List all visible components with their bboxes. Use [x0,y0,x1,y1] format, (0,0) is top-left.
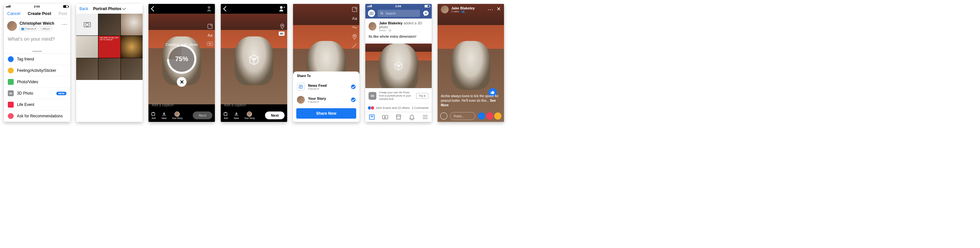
menu-ask-recommendations[interactable]: Ask for Recommendations [4,111,70,122]
share-title: Share To [293,71,360,80]
camera-top-bar: + [221,4,287,14]
back-icon[interactable] [151,6,157,12]
like-reaction[interactable] [478,112,485,120]
ask-recommendations-icon [8,113,14,119]
comments-link[interactable]: 2 Comments [412,106,428,109]
photo-tile[interactable] [98,14,120,35]
more-icon[interactable]: ⋯ [62,21,67,27]
next-button[interactable]: Next [265,112,285,119]
author-name[interactable]: Jake Blakeley [379,21,402,25]
caption-input[interactable]: Add a caption [148,101,215,109]
photo-tile[interactable] [121,58,143,80]
page-title: Create Post [28,11,51,16]
photo-tile[interactable] [121,36,143,57]
effects-tool-icon[interactable] [352,25,358,30]
menu-life-event[interactable]: Life Event [4,99,70,111]
feeling-icon [8,68,14,73]
messenger-button[interactable] [423,10,429,17]
camera-icon[interactable] [440,112,447,120]
camera-bottom-bar: Add Save Your Story Next [221,109,287,122]
menu-tag-friend[interactable]: Tag friend [4,54,70,65]
close-button[interactable]: ✕ [177,77,186,87]
add-button[interactable]: Add [223,112,229,119]
photo-tile[interactable]: THE FIRST IS THE LAST YET TO GIVE UP [98,36,120,57]
love-reaction-icon [371,106,374,110]
save-icon [234,112,239,117]
3d-badge: 3D [279,32,285,36]
photo-preview[interactable]: Jake Blakeley 2 mins · 👥 ⋯ ✕ Archie alwa… [438,4,504,122]
sheet-handle[interactable] [32,51,42,52]
check-icon[interactable] [351,85,356,89]
photo-tile[interactable] [121,14,143,35]
photo-preview[interactable]: 3D 3D [221,14,287,104]
album-chip[interactable]: + Album [39,27,51,31]
search-input[interactable]: Search [378,10,420,17]
caption-text: Archie always loves to lick the spoon fo… [441,94,501,107]
camera-bottom-bar: Add Save Your Story Next [148,109,215,122]
tab-notifications-icon[interactable] [409,114,415,120]
share-newsfeed[interactable]: News FeedFriends ▾ [293,80,360,93]
tab-menu-icon[interactable] [422,114,428,120]
album-title[interactable]: Portrait Photos [93,6,121,11]
location-tool-icon[interactable] [352,34,358,39]
reactions-bar[interactable]: John Evans and 23 others 2 Comments [365,104,432,112]
chevron-down-icon[interactable] [122,6,126,10]
tab-feed-icon[interactable] [369,114,375,120]
3d-tool-icon[interactable]: 3D [207,42,213,46]
back-icon[interactable] [223,6,229,12]
haha-reaction[interactable] [494,112,501,120]
screen-3d-created: + 3D 3D Add a caption Add Save Your Stor… [221,4,287,122]
location-tool-icon[interactable] [279,24,285,29]
your-story-button[interactable]: Your Story [244,112,255,119]
avatar[interactable] [7,21,17,31]
author-name[interactable]: Jake Blakeley [451,6,475,10]
cancel-button[interactable]: Cancel [7,11,20,16]
camera-button[interactable] [368,10,375,17]
tab-watch-icon[interactable] [382,114,388,120]
next-button[interactable]: Next [193,112,212,119]
menu-feeling[interactable]: Feeling/Activity/Sticker [4,65,70,76]
text-tool-icon[interactable]: Aa [352,16,358,21]
save-button[interactable]: Save [234,112,239,119]
photo-tile[interactable] [98,58,120,80]
search-icon [380,12,383,15]
tool-rail [279,24,285,29]
save-button[interactable]: Save [161,112,167,119]
tag-people-icon[interactable] [207,6,212,11]
more-icon[interactable]: ⋯ [487,6,493,13]
menu-3d-photo[interactable]: 3D3D PhotoNEW [4,88,70,99]
add-button[interactable]: Add [151,112,156,119]
reactions-text[interactable]: John Evans and 23 others [376,106,410,109]
sticker-tool-icon[interactable] [352,6,358,13]
share-now-button[interactable]: Share Now [296,108,356,118]
reply-input[interactable]: Reply... [450,112,475,120]
post-button[interactable]: Post [59,11,67,16]
tag-people-icon[interactable]: + [279,6,284,11]
close-icon[interactable]: ✕ [496,6,501,13]
signal-icon [6,5,10,8]
composer-input[interactable]: What's on your mind? [4,33,70,44]
avatar[interactable] [369,22,376,30]
draw-tool-icon[interactable] [352,43,358,49]
share-your-story[interactable]: Your StoryFriends ▾ [293,93,360,106]
sticker-tool-icon[interactable] [207,24,213,29]
post-image[interactable]: 3D [365,44,432,88]
try-it-button[interactable]: Try It [416,93,428,99]
tab-marketplace-icon[interactable] [395,114,402,120]
photo-video-icon [8,79,14,85]
check-icon[interactable] [351,98,356,102]
caption-input[interactable]: Add a caption [221,101,287,109]
back-button[interactable]: Back [80,6,88,11]
avatar[interactable] [441,6,449,13]
camera-tile[interactable] [76,14,98,35]
text-tool-icon[interactable]: Aa [207,33,213,38]
photo-tile[interactable] [76,36,98,57]
audience-chip[interactable]: 👥 Friends ▾ [19,27,37,31]
attachment-menu: Tag friend Feeling/Activity/Sticker Phot… [4,53,70,122]
svg-rect-0 [208,24,212,28]
your-story-button[interactable]: Your Story [172,112,182,119]
love-reaction[interactable] [486,112,493,120]
menu-photo-video[interactable]: Photo/Video [4,76,70,88]
reaction-row [478,112,501,120]
photo-tile[interactable] [76,58,98,80]
